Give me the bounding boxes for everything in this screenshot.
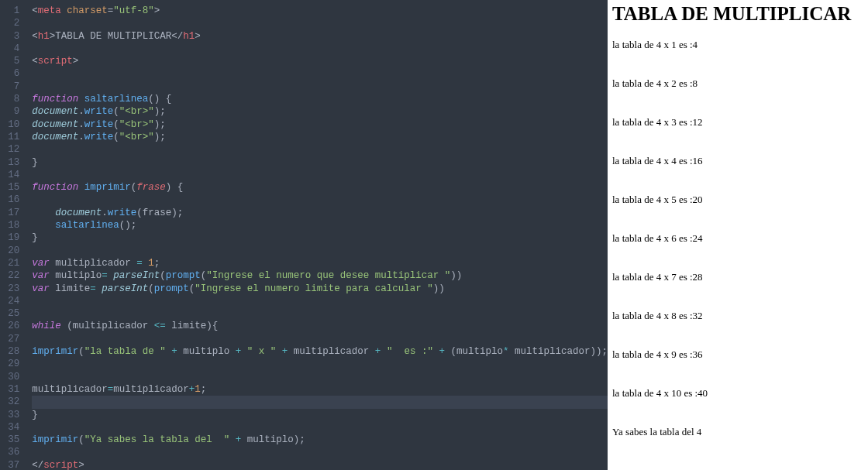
line-number: 5 (0, 55, 19, 67)
preview-line: la tabla de 4 x 5 es :20 (612, 194, 863, 206)
code-line[interactable] (32, 245, 608, 257)
code-line[interactable] (32, 333, 608, 345)
line-number: 31 (0, 383, 19, 396)
preview-line: la tabla de 4 x 7 es :28 (612, 271, 863, 283)
line-number: 20 (0, 245, 19, 257)
code-line[interactable]: document.write("<br>"); (32, 105, 608, 118)
code-line[interactable]: <h1>TABLA DE MULTIPLICAR</h1> (32, 30, 608, 43)
line-number: 12 (0, 143, 19, 156)
line-number: 37 (0, 459, 19, 470)
code-line[interactable] (32, 358, 608, 370)
line-number: 9 (0, 105, 19, 118)
line-number: 3 (0, 30, 19, 43)
preview-line: la tabla de 4 x 6 es :24 (612, 232, 863, 245)
preview-heading: TABLA DE MULTIPLICAR (612, 3, 863, 25)
preview-line: la tabla de 4 x 8 es :32 (612, 310, 863, 322)
code-line[interactable] (32, 81, 608, 93)
code-line[interactable]: document.write(frase); (32, 207, 608, 219)
code-line[interactable] (32, 307, 608, 320)
line-number: 17 (0, 207, 19, 219)
code-area[interactable]: <meta charset="utf-8"><h1>TABLA DE MULTI… (26, 0, 608, 470)
code-line[interactable]: imprimir("Ya sabes la tabla del " + mult… (32, 434, 608, 446)
code-line[interactable]: var multiplo= parseInt(prompt("Ingrese e… (32, 269, 608, 282)
line-number: 34 (0, 421, 19, 434)
code-line[interactable]: document.write("<br>"); (32, 131, 608, 143)
preview-line: la tabla de 4 x 3 es :12 (612, 116, 863, 129)
code-line[interactable]: multiplicador=multiplicador+1; (32, 383, 608, 396)
line-number: 27 (0, 333, 19, 345)
line-number: 26 (0, 320, 19, 332)
code-line[interactable]: <meta charset="utf-8"> (32, 5, 608, 17)
code-line[interactable] (32, 143, 608, 156)
line-number: 11 (0, 131, 19, 143)
line-number: 33 (0, 409, 19, 421)
line-number: 25 (0, 307, 19, 320)
code-line[interactable]: saltarlinea(); (32, 219, 608, 232)
browser-preview: TABLA DE MULTIPLICAR la tabla de 4 x 1 e… (608, 0, 868, 470)
line-number: 14 (0, 169, 19, 181)
code-line[interactable]: var limite= parseInt(prompt("Ingrese el … (32, 283, 608, 295)
code-line[interactable] (32, 295, 608, 307)
line-number: 36 (0, 446, 19, 458)
preview-line: la tabla de 4 x 4 es :16 (612, 155, 863, 167)
code-line[interactable] (32, 396, 608, 408)
code-line[interactable]: <script> (32, 55, 608, 67)
line-number: 13 (0, 156, 19, 169)
code-line[interactable]: function imprimir(frase) { (32, 181, 608, 194)
code-line[interactable] (32, 194, 608, 206)
code-line[interactable] (32, 446, 608, 458)
code-line[interactable] (32, 43, 608, 55)
line-number: 35 (0, 434, 19, 446)
preview-line: la tabla de 4 x 10 es :40 (612, 387, 863, 400)
line-number: 7 (0, 81, 19, 93)
preview-output: la tabla de 4 x 1 es :4la tabla de 4 x 2… (612, 39, 863, 438)
code-line[interactable]: } (32, 232, 608, 244)
line-number: 16 (0, 194, 19, 206)
code-line[interactable]: document.write("<br>"); (32, 118, 608, 131)
code-line[interactable]: while (multiplicador <= limite){ (32, 320, 608, 332)
code-line[interactable] (32, 67, 608, 80)
preview-line: la tabla de 4 x 9 es :36 (612, 348, 863, 361)
preview-line: Ya sabes la tabla del 4 (612, 426, 863, 438)
line-number: 19 (0, 232, 19, 244)
line-number: 28 (0, 345, 19, 358)
code-line[interactable] (32, 421, 608, 434)
line-number: 6 (0, 67, 19, 80)
code-line[interactable] (32, 371, 608, 383)
code-line[interactable]: } (32, 156, 608, 169)
line-number: 24 (0, 295, 19, 307)
line-number: 21 (0, 257, 19, 269)
line-number: 18 (0, 219, 19, 232)
line-number: 1 (0, 5, 19, 17)
code-line[interactable]: </script> (32, 459, 608, 470)
code-line[interactable]: } (32, 409, 608, 421)
preview-line: la tabla de 4 x 1 es :4 (612, 39, 863, 51)
line-number: 23 (0, 283, 19, 295)
code-line[interactable] (32, 169, 608, 181)
line-number: 2 (0, 17, 19, 29)
line-number: 4 (0, 43, 19, 55)
line-number: 32 (0, 396, 19, 408)
code-line[interactable]: var multiplicador = 1; (32, 257, 608, 269)
line-number-gutter: 1234567891011121314151617181920212223242… (0, 0, 26, 470)
preview-line: la tabla de 4 x 2 es :8 (612, 77, 863, 90)
code-line[interactable]: function saltarlinea() { (32, 93, 608, 105)
line-number: 8 (0, 93, 19, 105)
code-line[interactable]: imprimir("la tabla de " + multiplo + " x… (32, 345, 608, 358)
line-number: 29 (0, 358, 19, 370)
code-editor[interactable]: 1234567891011121314151617181920212223242… (0, 0, 608, 470)
line-number: 15 (0, 181, 19, 194)
line-number: 30 (0, 371, 19, 383)
line-number: 22 (0, 269, 19, 282)
line-number: 10 (0, 118, 19, 131)
code-line[interactable] (32, 17, 608, 29)
